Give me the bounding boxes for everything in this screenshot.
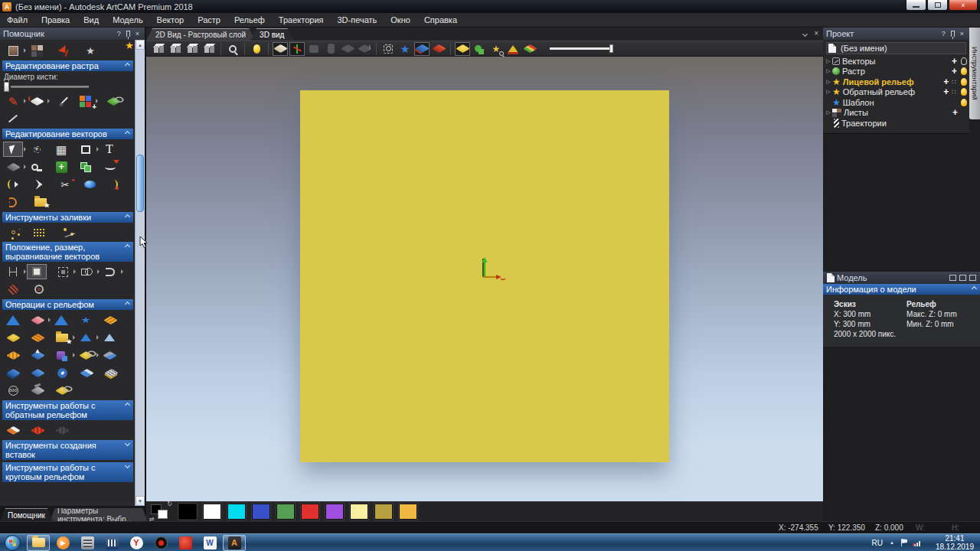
- center-in-page-icon[interactable]: [53, 264, 73, 279]
- zoom-tool-icon[interactable]: [225, 42, 240, 56]
- taskbar-artcam[interactable]: A: [223, 535, 246, 551]
- smooth-relief-icon[interactable]: [3, 330, 23, 345]
- palette-swatch-cyan[interactable]: [227, 504, 246, 520]
- sculpting-icon[interactable]: [28, 330, 47, 345]
- smooth-curve-icon[interactable]: [104, 177, 124, 192]
- add-relief-icon[interactable]: [76, 330, 96, 345]
- scroll-up-icon[interactable]: ▲: [136, 40, 145, 50]
- visibility-bulb-icon[interactable]: [961, 99, 967, 106]
- start-button[interactable]: [5, 535, 21, 551]
- back-relief-layers-icon[interactable]: [431, 42, 446, 56]
- action-center-flag-icon[interactable]: [901, 539, 907, 546]
- relief-layers-icon[interactable]: [414, 42, 430, 56]
- spiral-fill-icon[interactable]: [29, 282, 49, 297]
- add-colour-icon[interactable]: +: [75, 93, 95, 109]
- tab-list-chevron-icon[interactable]: [802, 31, 808, 36]
- close-vector-icon[interactable]: [29, 177, 49, 192]
- palette-swatch-white[interactable]: [203, 504, 221, 520]
- iso-view-3-icon[interactable]: [185, 42, 200, 56]
- raise-relief-icon[interactable]: ▲: [28, 347, 47, 363]
- shape-editor-icon[interactable]: [3, 312, 23, 328]
- menu-file[interactable]: Файл: [0, 14, 34, 26]
- palette-swatch-olive[interactable]: [374, 504, 393, 520]
- section-fill-tools[interactable]: Инструменты заливки: [2, 212, 133, 223]
- visibility-bulb-icon[interactable]: [961, 88, 967, 96]
- menu-relief[interactable]: Рельеф: [227, 14, 272, 26]
- collapse-panel-icon[interactable]: [969, 275, 976, 281]
- animate-selection-icon[interactable]: [381, 42, 396, 56]
- iso-view-4-icon[interactable]: [201, 42, 217, 56]
- colour-layers-icon[interactable]: [522, 42, 537, 56]
- section-align-vectors[interactable]: Положение, размер, выравнивание векторов: [2, 242, 133, 262]
- scroll-down-icon[interactable]: ▼: [136, 496, 145, 506]
- menu-toolpath[interactable]: Траектория: [272, 14, 331, 26]
- palette-swatch-red[interactable]: [301, 504, 319, 520]
- hatch-fill-icon[interactable]: [3, 282, 23, 297]
- tray-clock[interactable]: 21:41 18.12.2019: [936, 534, 974, 551]
- toolrail-flyout-tab[interactable]: Инструментарий: [969, 28, 980, 119]
- model-size-icon[interactable]: [3, 43, 23, 58]
- palette-swatch-gold[interactable]: [399, 504, 417, 520]
- language-indicator[interactable]: RU: [872, 539, 883, 547]
- scrollbar-thumb[interactable]: [136, 155, 144, 212]
- relief-library-icon[interactable]: ★: [52, 330, 72, 345]
- close-button[interactable]: ×: [949, 0, 978, 11]
- shading-slider-thumb[interactable]: [609, 44, 613, 53]
- section-circular-relief[interactable]: Инструменты работы с круговым рельефом: [2, 462, 133, 482]
- vector-doctor-icon[interactable]: [3, 159, 23, 174]
- brush-diameter-slider[interactable]: [4, 82, 132, 91]
- slider-thumb[interactable]: [4, 82, 9, 92]
- subtract-relief-icon[interactable]: [100, 330, 119, 345]
- fill-polyline-icon[interactable]: [55, 224, 75, 240]
- add-relief-layer-icon[interactable]: +: [943, 78, 949, 86]
- menu-help[interactable]: Справка: [417, 14, 464, 26]
- emboss-pot-icon[interactable]: [52, 383, 72, 398]
- resize-relief-icon[interactable]: ★: [52, 365, 72, 380]
- shading-slider[interactable]: [550, 44, 613, 53]
- copy-vector-icon[interactable]: [76, 159, 96, 174]
- iso-view-1-icon[interactable]: [151, 42, 166, 56]
- measure-tool-icon[interactable]: [27, 159, 47, 174]
- extrude-icon[interactable]: [51, 312, 71, 328]
- secondary-colour-swatch[interactable]: [158, 510, 168, 519]
- layer-options-icon[interactable]: ∷: [952, 88, 957, 96]
- emboss-icon[interactable]: [76, 347, 96, 363]
- project-close-icon[interactable]: ×: [958, 30, 966, 37]
- front-relief-star-icon[interactable]: ★: [397, 42, 413, 56]
- taskbar-yandex-browser[interactable]: Y: [125, 535, 148, 551]
- rectangle-tool-icon[interactable]: [76, 142, 96, 157]
- back-relief-texture-icon[interactable]: [28, 422, 47, 438]
- viewport-3d[interactable]: [146, 57, 823, 501]
- add-raster-layer-icon[interactable]: +: [952, 67, 957, 75]
- panel-help-icon[interactable]: ?: [115, 30, 123, 37]
- preview-selection-icon[interactable]: ★: [80, 43, 100, 58]
- draw-line-icon[interactable]: [3, 111, 23, 126]
- palette-swatch-black[interactable]: [178, 504, 197, 520]
- spin-relief-icon[interactable]: ★: [76, 312, 96, 328]
- slab-relief-icon[interactable]: [100, 347, 119, 363]
- tree-row-back-relief[interactable]: ▷ ★ Обратный рельеф + ∷: [825, 87, 969, 98]
- model-size-flyout-icon[interactable]: [24, 48, 26, 53]
- shade-panel-icon[interactable]: [959, 275, 966, 281]
- add-relief-layer-icon[interactable]: +: [943, 88, 949, 96]
- iso-view-2-icon[interactable]: [168, 42, 183, 56]
- tree-row-vectors[interactable]: ▷ Векторы +: [825, 56, 969, 67]
- fit-curve-icon[interactable]: [100, 159, 120, 174]
- favorites-star-icon[interactable]: ★: [125, 40, 134, 51]
- flood-fill-icon[interactable]: [103, 93, 123, 109]
- fill-circles-icon[interactable]: [3, 224, 23, 240]
- tree-row-template[interactable]: ★ Шаблон: [825, 97, 969, 108]
- create-blob-icon[interactable]: [80, 177, 100, 192]
- taskbar-word[interactable]: W: [198, 535, 221, 551]
- tree-row-sheets[interactable]: ▷ Листы +: [825, 108, 969, 119]
- spacing-tool-icon[interactable]: [3, 264, 23, 279]
- section-raster-editing[interactable]: Редактирование растра: [2, 60, 133, 71]
- taskbar-screen-recorder[interactable]: [149, 535, 172, 551]
- tab-tool-settings[interactable]: Параметры инструмента: Выбр...: [50, 508, 148, 521]
- mirror-vectors-icon[interactable]: [3, 194, 23, 210]
- tab-close-icon[interactable]: ×: [814, 29, 818, 37]
- material-swatches-icon[interactable]: [27, 43, 47, 58]
- offset-relief-icon[interactable]: [52, 347, 72, 363]
- greyscale-preview-icon[interactable]: [472, 42, 487, 56]
- taskbar-video-editor[interactable]: [100, 535, 123, 551]
